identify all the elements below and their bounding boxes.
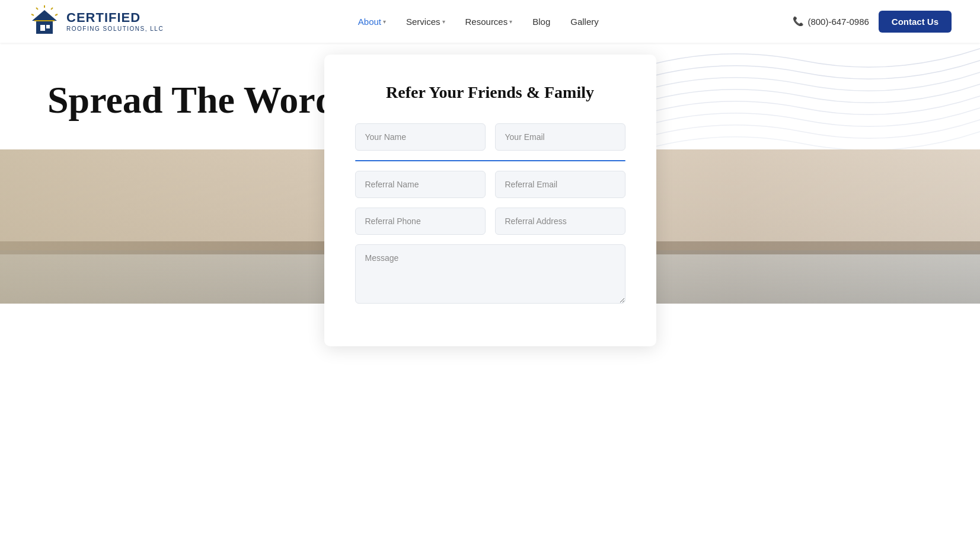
message-field <box>355 244 625 306</box>
your-name-input[interactable] <box>355 123 486 151</box>
nav-item-blog[interactable]: Blog <box>524 12 558 31</box>
form-divider <box>355 160 625 161</box>
referral-phone-input[interactable] <box>355 208 486 235</box>
referral-phone-field <box>355 208 486 235</box>
chevron-down-icon: ▾ <box>509 18 512 25</box>
phone-link[interactable]: 📞 (800)-647-0986 <box>793 16 869 27</box>
svg-line-4 <box>31 14 34 15</box>
svg-line-2 <box>55 14 58 15</box>
phone-number: (800)-647-0986 <box>807 17 869 27</box>
logo-subtitle: ROOFING SOLUTIONS, LLC <box>66 25 164 32</box>
nav-item-about[interactable]: About ▾ <box>350 12 394 31</box>
referral-address-field <box>495 208 625 235</box>
logo[interactable]: CERTIFIED ROOFING SOLUTIONS, LLC <box>28 5 164 37</box>
nav-item-gallery[interactable]: Gallery <box>562 12 607 31</box>
chevron-down-icon: ▾ <box>442 18 445 25</box>
your-name-field <box>355 123 486 151</box>
referral-name-input[interactable] <box>355 171 486 198</box>
referral-form-card: Refer Your Friends & Family <box>324 55 656 346</box>
referral-name-field <box>355 171 486 198</box>
logo-name: CERTIFIED <box>66 11 164 25</box>
your-email-field <box>495 123 625 151</box>
referral-address-input[interactable] <box>495 208 625 235</box>
form-title: Refer Your Friends & Family <box>355 83 625 102</box>
header-right: 📞 (800)-647-0986 Contact Us <box>793 11 952 33</box>
form-row-2 <box>355 171 625 198</box>
svg-line-1 <box>51 8 53 9</box>
nav-item-resources[interactable]: Resources ▾ <box>457 12 521 31</box>
nav-item-services[interactable]: Services ▾ <box>398 12 454 31</box>
site-header: CERTIFIED ROOFING SOLUTIONS, LLC About ▾… <box>0 0 980 43</box>
svg-line-3 <box>36 8 38 9</box>
phone-icon: 📞 <box>793 16 804 27</box>
referral-email-input[interactable] <box>495 171 625 198</box>
message-textarea[interactable] <box>355 244 625 304</box>
form-row-1 <box>355 123 625 151</box>
main-nav: About ▾ Services ▾ Resources ▾ Blog Gall… <box>350 12 607 31</box>
svg-rect-8 <box>46 25 50 28</box>
chevron-down-icon: ▾ <box>383 18 386 25</box>
form-row-3 <box>355 208 625 235</box>
svg-rect-7 <box>40 25 45 31</box>
contact-us-button[interactable]: Contact Us <box>879 11 952 33</box>
your-email-input[interactable] <box>495 123 625 151</box>
form-card-wrapper: Refer Your Friends & Family <box>0 55 980 370</box>
referral-email-field <box>495 171 625 198</box>
svg-marker-5 <box>32 10 57 21</box>
logo-icon <box>28 5 60 37</box>
